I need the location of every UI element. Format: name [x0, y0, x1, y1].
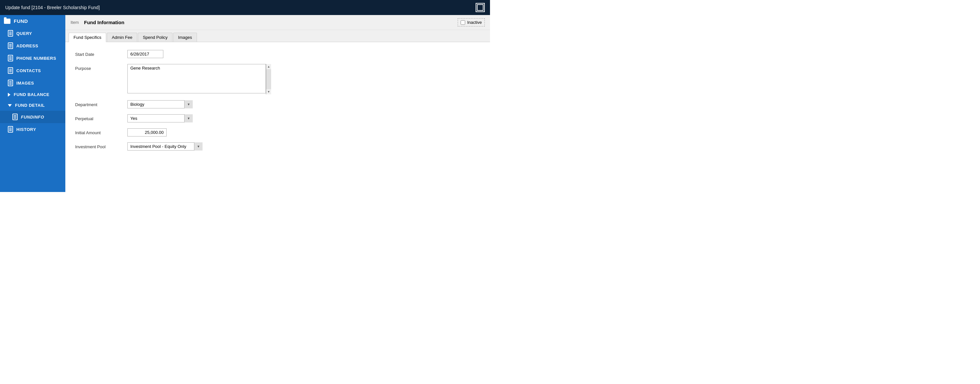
department-select[interactable]: Biology Chemistry Physics Mathematics [127, 100, 193, 108]
doc-icon-query [8, 30, 13, 36]
tab-fund-specifics[interactable]: Fund Specifics [68, 33, 106, 42]
purpose-textarea[interactable]: Gene Research [127, 64, 266, 94]
department-select-wrapper: Biology Chemistry Physics Mathematics [127, 100, 193, 108]
sidebar-images-label: IMAGES [16, 81, 34, 86]
inactive-label: Inactive [467, 20, 482, 25]
arrow-down-icon [8, 104, 12, 107]
inactive-checkbox[interactable] [461, 20, 465, 25]
doc-icon-history [8, 126, 13, 133]
folder-icon [4, 19, 10, 24]
content-header: Item Fund Information Inactive [65, 15, 490, 30]
sidebar-query-label: QUERY [16, 31, 32, 36]
sidebar-item-fund-detail[interactable]: FUND DETAIL [0, 100, 65, 111]
main-layout: FUND QUERY ADDRESS PHONE NUMBERS CONTACT… [0, 15, 490, 192]
initial-amount-label: Initial Amount [75, 129, 127, 135]
investment-pool-select[interactable]: Investment Pool - Equity Only Investment… [127, 142, 202, 151]
content-header-left: Item Fund Information [70, 20, 124, 25]
sidebar-item-fundinfo[interactable]: FUNDINFO [0, 111, 65, 123]
start-date-input[interactable] [127, 50, 163, 58]
perpetual-select[interactable]: Yes No [127, 114, 193, 122]
content-area: Item Fund Information Inactive Fund Spec… [65, 15, 490, 192]
initial-amount-row: Initial Amount [75, 129, 480, 136]
doc-icon-images [8, 80, 13, 86]
doc-icon-address [8, 43, 13, 49]
maximize-button[interactable] [476, 3, 485, 12]
sidebar-item-fund-balance[interactable]: FUND BALANCE [0, 89, 65, 100]
sidebar-fundinfo-label: FUNDINFO [21, 114, 44, 119]
purpose-label: Purpose [75, 64, 127, 71]
purpose-scrollbar: ▲ ▼ [266, 64, 271, 94]
arrow-right-icon [8, 93, 10, 97]
sidebar-phone-label: PHONE NUMBERS [16, 56, 56, 61]
tabs-row: Fund Specifics Admin Fee Spend Policy Im… [65, 30, 490, 42]
sidebar-contacts-label: CONTACTS [16, 68, 41, 73]
investment-pool-row: Investment Pool Investment Pool - Equity… [75, 142, 480, 151]
tab-images[interactable]: Images [173, 33, 197, 42]
sidebar-fund-label: FUND [14, 18, 28, 24]
scroll-down-arrow[interactable]: ▼ [266, 89, 271, 94]
sidebar-history-label: HISTORY [16, 127, 36, 132]
sidebar-item-history[interactable]: HISTORY [0, 123, 65, 135]
sidebar-item-contacts[interactable]: CONTACTS [0, 64, 65, 77]
title-bar-text: Update fund [2104 - Breeler Scholarship … [5, 5, 100, 10]
start-date-label: Start Date [75, 50, 127, 57]
scroll-up-arrow[interactable]: ▲ [266, 64, 271, 69]
title-bar: Update fund [2104 - Breeler Scholarship … [0, 0, 490, 15]
investment-pool-label: Investment Pool [75, 142, 127, 149]
sidebar-fund-balance-label: FUND BALANCE [14, 92, 49, 97]
sidebar-fund-header[interactable]: FUND [0, 15, 65, 27]
perpetual-select-wrapper: Yes No [127, 114, 193, 122]
tab-spend-policy[interactable]: Spend Policy [138, 33, 172, 42]
investment-pool-select-wrapper: Investment Pool - Equity Only Investment… [127, 142, 202, 151]
sidebar-fund-detail-label: FUND DETAIL [15, 103, 45, 108]
sidebar-item-query[interactable]: QUERY [0, 27, 65, 40]
perpetual-label: Perpetual [75, 114, 127, 121]
sidebar-item-images[interactable]: IMAGES [0, 77, 65, 89]
start-date-row: Start Date [75, 50, 480, 58]
sidebar-item-address[interactable]: ADDRESS [0, 40, 65, 52]
inactive-checkbox-container: Inactive [458, 18, 485, 27]
title-bar-left: Update fund [2104 - Breeler Scholarship … [5, 5, 100, 10]
scroll-track [266, 69, 271, 89]
initial-amount-input[interactable] [127, 129, 167, 136]
sidebar-item-phone-numbers[interactable]: PHONE NUMBERS [0, 52, 65, 64]
sidebar: FUND QUERY ADDRESS PHONE NUMBERS CONTACT… [0, 15, 65, 192]
fund-information-title: Fund Information [84, 20, 124, 25]
perpetual-row: Perpetual Yes No [75, 114, 480, 122]
tab-content-wrapper: Fund Specifics Admin Fee Spend Policy Im… [65, 30, 490, 192]
purpose-row: Purpose Gene Research ▲ ▼ [75, 64, 480, 94]
doc-icon-phone [8, 55, 13, 61]
form-content: Start Date Purpose Gene Research ▲ ▼ [65, 42, 490, 192]
department-label: Department [75, 100, 127, 107]
department-row: Department Biology Chemistry Physics Mat… [75, 100, 480, 108]
sidebar-address-label: ADDRESS [16, 43, 38, 48]
tab-admin-fee[interactable]: Admin Fee [107, 33, 137, 42]
item-label: Item [70, 20, 79, 25]
doc-icon-fundinfo [13, 114, 18, 120]
doc-icon-contacts [8, 67, 13, 74]
purpose-textarea-wrapper: Gene Research ▲ ▼ [127, 64, 271, 94]
